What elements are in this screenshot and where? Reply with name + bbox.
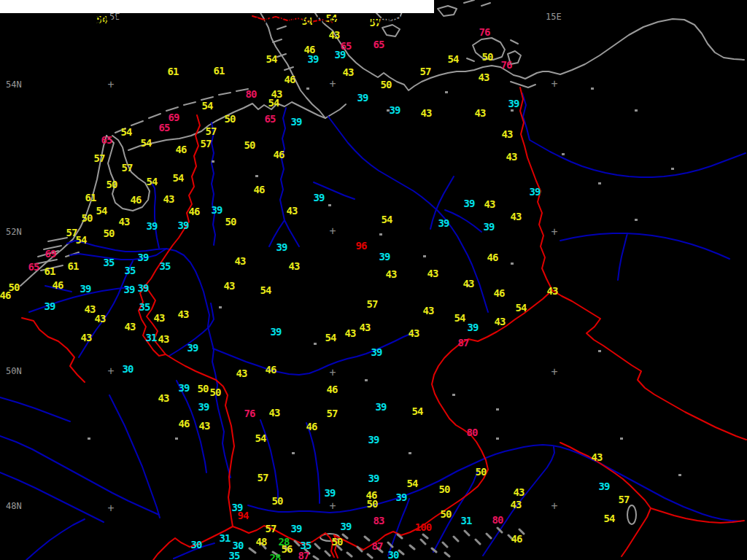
graticule-cross: + [551, 499, 557, 513]
station-wind-value: 30 [191, 539, 202, 551]
station-wind-value: 43 [421, 107, 432, 119]
station-wind-value: 54 [173, 172, 184, 184]
station-wind-value: 43 [475, 107, 486, 119]
station-wind-value: 39 [308, 53, 319, 65]
station-wind-value: 61 [68, 260, 79, 272]
station-wind-value: 39 [438, 217, 449, 229]
station-wind-value: 39 [291, 116, 302, 128]
station-wind-value: 76 [501, 59, 512, 71]
station-wind-value: 87 [298, 550, 309, 560]
station-wind-value: 35 [125, 265, 136, 276]
station-wind-value: 46 [274, 149, 285, 160]
station-wind-value: 43 [158, 333, 169, 345]
station-wind-value: 43 [289, 260, 300, 272]
station-wind-value: 46 [285, 74, 295, 85]
graticule-cross: + [329, 499, 336, 513]
station-wind-value: 43 [125, 321, 136, 332]
station-wind-value: 54 [121, 126, 132, 138]
station-wind-value: 39 [468, 322, 479, 333]
station-wind-value: 39 [291, 523, 302, 534]
station-wind-value: 43 [158, 392, 169, 404]
station-wind-value: 43 [511, 499, 522, 510]
station-wind-value: 46 [0, 289, 10, 301]
station-wind-value: 65 [28, 261, 39, 273]
station-wind-value: 39 [179, 382, 190, 394]
graticule-cross: + [551, 77, 557, 90]
station-wind-value: 43 [287, 205, 298, 217]
graticule-label: 15E [546, 12, 562, 22]
station-wind-value: 80 [246, 88, 257, 100]
station-wind-value: 43 [495, 316, 506, 327]
station-wind-value: 43 [409, 327, 419, 339]
station-wind-value: 50 [225, 216, 236, 228]
station-wind-value: 56 [282, 543, 293, 555]
graticule-cross: + [551, 225, 557, 238]
station-wind-value: 50 [439, 483, 450, 495]
station-wind-value: 31 [146, 332, 157, 343]
station-wind-value: 43 [236, 368, 247, 379]
station-wind-value: 39 [276, 241, 287, 253]
station-wind-value: 46 [189, 206, 200, 217]
station-wind-value: 43 [154, 312, 165, 324]
station-wind-value: 39 [530, 186, 541, 198]
graticule-label: 52N [6, 227, 22, 237]
graticule-cross: + [107, 502, 114, 515]
station-wind-value: 46 [327, 384, 338, 395]
station-wind-value: 76 [244, 408, 255, 419]
station-wind-value: 50 [482, 51, 493, 63]
station-wind-value: 69 [169, 112, 179, 123]
station-wind-value: 65 [159, 122, 170, 133]
station-wind-value: 50 [272, 495, 283, 507]
graticule-cross: + [107, 365, 114, 378]
graticule-label: 54N [6, 79, 22, 90]
station-wind-value: 30 [123, 363, 133, 375]
station-wind-value: 39 [484, 221, 495, 233]
station-wind-value: 39 [396, 491, 407, 503]
station-wind-value: 54 [516, 302, 527, 314]
station-wind-value: 57 [327, 408, 338, 419]
station-wind-value: 54 [76, 234, 87, 246]
title-bar: SON 02.03.08 06:00 UTC Bodenwettermeldun… [0, 0, 434, 13]
station-wind-value: 50 [107, 179, 117, 190]
station-wind-value: 39 [371, 346, 382, 358]
station-wind-value: 39 [390, 104, 400, 116]
station-wind-value: 43 [235, 255, 246, 267]
station-wind-value: 39 [379, 251, 390, 262]
station-wind-value: 61 [168, 66, 179, 77]
station-wind-value: 57 [619, 494, 630, 505]
station-wind-value: 39 [178, 219, 189, 231]
station-wind-value: 43 [511, 211, 522, 222]
station-wind-value: 43 [506, 151, 517, 163]
station-wind-value: 57 [201, 138, 212, 149]
station-wind-value: 43 [423, 305, 434, 316]
station-plot-map: 5461696554655454434665393943546146804354… [0, 0, 747, 560]
station-wind-value: 46 [487, 252, 498, 263]
station-wind-value: 43 [484, 198, 495, 210]
station-wind-value: 35 [139, 301, 150, 313]
station-wind-value: 39 [124, 284, 135, 295]
station-wind-value: 43 [81, 332, 92, 343]
station-wind-value: 50 [441, 508, 452, 520]
station-wind-value: 39 [368, 434, 379, 446]
station-wind-value: 43 [119, 216, 130, 228]
station-wind-value: 65 [265, 113, 276, 125]
station-wind-value: 54 [266, 53, 277, 65]
station-wind-value: 39 [80, 283, 91, 295]
station-wind-value: 54 [604, 513, 615, 524]
station-wind-value: 50 [381, 79, 392, 90]
station-wind-value: 57 [420, 66, 431, 77]
station-wind-value: 43 [463, 278, 474, 289]
station-wind-value: 43 [502, 128, 513, 140]
station-wind-value: 61 [85, 192, 96, 203]
station-wind-value: 46 [254, 184, 265, 195]
station-wind-value: 43 [345, 327, 356, 339]
graticule-cross: + [329, 225, 336, 238]
station-wind-value: 43 [547, 285, 558, 297]
station-wind-value: 54 [407, 478, 418, 489]
graticule-cross: + [329, 366, 336, 379]
station-wind-value: 39 [271, 326, 282, 338]
station-wind-value: 43 [427, 268, 438, 279]
station-wind-value: 50 [82, 212, 93, 224]
title-text: SON 02.03.08 06:00 UTC Bodenwettermeldun… [13, 14, 431, 26]
station-wind-value: 43 [343, 66, 354, 78]
